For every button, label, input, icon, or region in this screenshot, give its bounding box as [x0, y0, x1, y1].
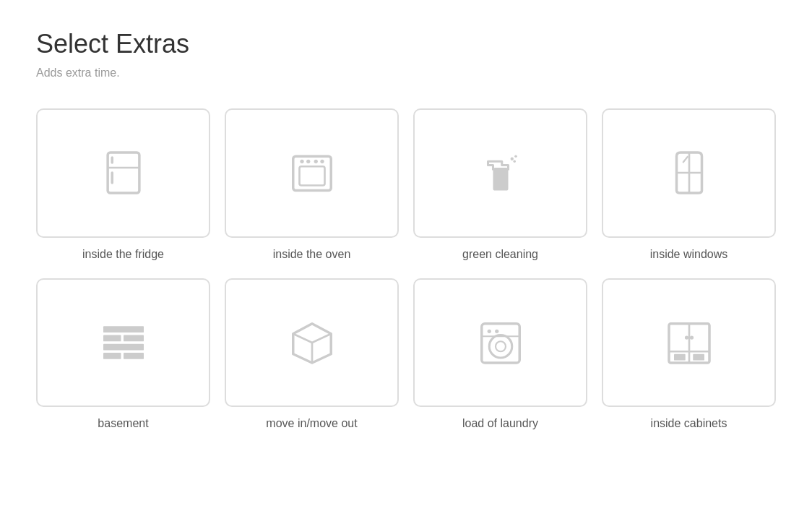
card-icon-box-cabinets: [602, 278, 776, 408]
card-label-green-cleaning: green cleaning: [462, 248, 538, 261]
card-move[interactable]: move in/move out: [225, 278, 399, 431]
svg-rect-18: [103, 335, 121, 341]
page-subtitle: Adds extra time.: [36, 66, 776, 80]
svg-point-29: [495, 329, 498, 332]
card-icon-box-windows: [602, 108, 776, 238]
card-label-laundry: load of laundry: [462, 417, 538, 430]
svg-rect-2: [111, 157, 113, 165]
svg-rect-10: [493, 168, 508, 191]
svg-rect-3: [111, 172, 113, 185]
card-label-windows: inside windows: [650, 248, 728, 261]
card-windows[interactable]: inside windows: [602, 108, 776, 261]
svg-point-27: [496, 341, 506, 351]
card-laundry[interactable]: load of laundry: [413, 278, 587, 431]
page-title: Select Extras: [36, 29, 776, 59]
svg-point-28: [487, 329, 491, 332]
svg-point-8: [314, 160, 317, 163]
svg-point-7: [306, 160, 310, 163]
svg-point-6: [300, 160, 303, 163]
svg-point-13: [513, 160, 516, 163]
card-label-basement: basement: [98, 417, 148, 430]
extras-grid: inside the fridge inside the oven green …: [36, 108, 776, 430]
svg-point-9: [320, 160, 324, 163]
card-cabinets[interactable]: inside cabinets: [602, 278, 776, 431]
card-label-move: move in/move out: [266, 417, 357, 430]
svg-rect-22: [124, 353, 144, 359]
svg-point-11: [510, 158, 513, 160]
card-icon-box-green-cleaning: [413, 108, 587, 238]
svg-point-34: [684, 335, 688, 339]
svg-rect-37: [693, 354, 704, 361]
card-green-cleaning[interactable]: green cleaning: [413, 108, 587, 261]
card-icon-box-laundry: [413, 278, 587, 408]
card-oven[interactable]: inside the oven: [225, 108, 399, 261]
svg-line-16: [683, 157, 688, 163]
svg-rect-36: [674, 354, 686, 361]
card-fridge[interactable]: inside the fridge: [36, 108, 210, 261]
card-icon-box-basement: [36, 278, 210, 408]
card-label-fridge: inside the fridge: [82, 248, 164, 261]
card-icon-box-fridge: [36, 108, 210, 238]
svg-point-12: [514, 155, 517, 158]
card-basement[interactable]: basement: [36, 278, 210, 431]
svg-point-26: [489, 335, 512, 358]
card-label-oven: inside the oven: [273, 248, 351, 261]
svg-rect-19: [124, 335, 144, 341]
card-icon-box-oven: [225, 108, 399, 238]
card-icon-box-move: [225, 278, 399, 408]
svg-rect-21: [103, 353, 121, 359]
svg-rect-17: [103, 326, 144, 332]
card-label-cabinets: inside cabinets: [651, 417, 727, 430]
svg-rect-5: [299, 167, 324, 186]
svg-rect-20: [103, 344, 144, 351]
svg-point-35: [689, 335, 693, 339]
